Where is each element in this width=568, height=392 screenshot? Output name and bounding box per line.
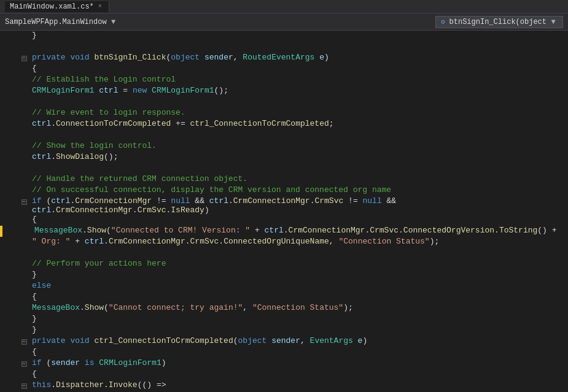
code-line: else	[0, 281, 568, 292]
nav-method-label: btnSignIn_Click(object	[449, 18, 547, 26]
code-line: }	[0, 325, 568, 336]
code-line: // Wire event to login response.	[0, 108, 568, 119]
nav-bar: SampleWPFApp.MainWindow ▼ ⚙ btnSignIn_Cl…	[0, 13, 568, 31]
code-line: // Establish the Login control	[0, 75, 568, 86]
code-line: CRMLoginForm1 ctrl = new CRMLoginForm1()…	[0, 86, 568, 97]
title-bar: MainWindow.xaml.cs* ×	[0, 0, 568, 13]
code-line: ctrl.ShowDialog();	[0, 152, 568, 163]
nav-class-dropdown-icon[interactable]: ▼	[109, 18, 118, 26]
code-line: {	[0, 347, 568, 358]
tab-label: MainWindow.xaml.cs*	[10, 2, 94, 11]
code-line: // Show the login control.	[0, 141, 568, 152]
nav-right[interactable]: ⚙ btnSignIn_Click(object ▼	[435, 16, 563, 28]
nav-method-type-icon: ⚙	[441, 18, 445, 26]
code-line	[0, 163, 568, 174]
nav-left[interactable]: SampleWPFApp.MainWindow ▼	[5, 18, 118, 26]
code-line: {	[0, 369, 568, 380]
code-line: MessageBox.Show("Cannot connect; try aga…	[0, 303, 568, 314]
yellow-marker	[0, 226, 2, 237]
tab-close-button[interactable]: ×	[96, 3, 104, 10]
collapse-icon[interactable]: −	[21, 383, 27, 389]
collapse-icon[interactable]: −	[21, 339, 27, 345]
code-line: }	[0, 270, 568, 281]
code-line	[0, 130, 568, 141]
title-tab[interactable]: MainWindow.xaml.cs* ×	[5, 1, 109, 12]
code-line: " Org: " + ctrl.CrmConnectionMgr.CrmSvc.…	[0, 237, 568, 248]
collapse-icon[interactable]: −	[21, 56, 27, 61]
code-line: // Handle the returned CRM connection ob…	[0, 174, 568, 185]
nav-class-label: SampleWPFApp.MainWindow	[5, 18, 107, 26]
code-line: − this.Dispatcher.Invoke(() =>	[0, 380, 568, 391]
code-line: // On successful connection, display the…	[0, 185, 568, 196]
code-line	[0, 42, 568, 53]
collapse-icon[interactable]: −	[21, 361, 27, 367]
code-line: − private void btnSignIn_Click(object se…	[0, 53, 568, 64]
code-line: }	[0, 314, 568, 325]
code-line: {	[0, 64, 568, 75]
editor-container: } − private void btnSignIn_Click(object …	[0, 31, 568, 392]
code-lines: } − private void btnSignIn_Click(object …	[0, 31, 568, 392]
nav-method-dropdown-icon[interactable]: ▼	[549, 18, 558, 26]
code-line	[0, 248, 568, 259]
code-line: {	[0, 292, 568, 303]
code-line: − if (ctrl.CrmConnectionMgr != null && c…	[0, 196, 568, 215]
code-line: {	[0, 215, 568, 226]
collapse-icon[interactable]: −	[21, 199, 27, 205]
code-line: // Perform your actions here	[0, 259, 568, 270]
code-line	[0, 97, 568, 108]
code-line: }	[0, 31, 568, 42]
code-line: ctrl.ConnectionToCrmCompleted += ctrl_Co…	[0, 119, 568, 130]
code-line-highlighted: MessageBox.Show("Connected to CRM! Versi…	[0, 226, 568, 237]
code-line: − if (sender is CRMLoginForm1)	[0, 358, 568, 369]
code-line: − private void ctrl_ConnectionToCrmCompl…	[0, 336, 568, 347]
